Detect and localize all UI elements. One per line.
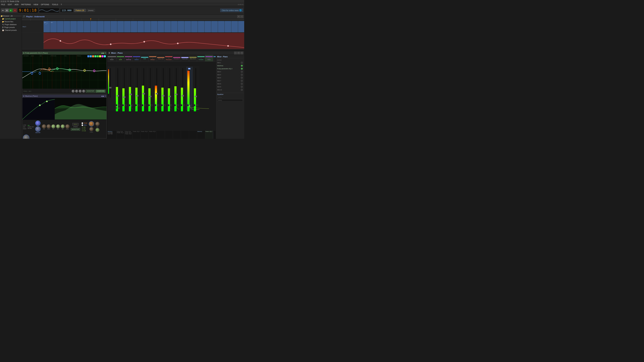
slot-7-toggle[interactable] bbox=[241, 80, 243, 82]
master-knob-2[interactable] bbox=[35, 126, 40, 132]
slot-1[interactable]: Slot 1 bbox=[216, 61, 244, 64]
pattern-selector[interactable]: Pattern 28 bbox=[74, 9, 86, 12]
slot-9-toggle[interactable] bbox=[241, 86, 243, 88]
rel-knob[interactable] bbox=[61, 124, 65, 128]
slot-maximus[interactable]: Maximus bbox=[216, 64, 244, 67]
solo-btn[interactable]: SOLO bbox=[72, 123, 78, 125]
channel-header-percussion[interactable]: 3 Percussion bbox=[165, 55, 173, 61]
eq-slot-none-2[interactable]: (none) bbox=[217, 99, 243, 102]
eq-knob-3[interactable] bbox=[79, 90, 82, 93]
eq-knob-4[interactable] bbox=[82, 90, 85, 93]
slot-4-toggle[interactable] bbox=[241, 71, 243, 73]
channel-header-strings2[interactable]: 2 Strings 2 bbox=[149, 55, 157, 61]
skt-knob[interactable] bbox=[96, 122, 100, 126]
menu-add[interactable]: ADD bbox=[14, 3, 19, 5]
slot-10-toggle[interactable] bbox=[241, 89, 243, 91]
channel-header-synth-arp[interactable]: 3 Synth Arp bbox=[124, 55, 133, 61]
channel-header-bass-drum[interactable]: Bass Drum bbox=[189, 55, 197, 61]
channel-header-synth[interactable]: 2 Synth bbox=[116, 55, 124, 61]
eq-knob-1[interactable] bbox=[72, 90, 75, 93]
menu-options[interactable]: OPTIONS bbox=[40, 3, 50, 5]
threshold-knob[interactable] bbox=[89, 121, 94, 126]
channel-header-percussion2[interactable]: Percussion 2 bbox=[173, 55, 181, 61]
minimize-btn[interactable]: − bbox=[1, 1, 2, 2]
eq-monitor-btn[interactable]: MONITOR bbox=[86, 90, 95, 93]
channel-header-cello[interactable]: Cello bbox=[141, 55, 149, 61]
slot-6[interactable]: Slot 6 bbox=[216, 76, 244, 79]
slot-maximus-toggle[interactable] bbox=[241, 65, 243, 67]
browser-recent-files[interactable]: 📂 Recent files bbox=[0, 20, 22, 23]
eq-close-btn[interactable]: × bbox=[105, 52, 106, 54]
play-btn[interactable]: ▶ bbox=[9, 8, 13, 12]
browser-current-project[interactable]: 📁 Current project bbox=[0, 17, 22, 20]
window-controls[interactable]: − □ × bbox=[1, 1, 6, 2]
browser-plugin-database[interactable]: 🔌 Plugin database bbox=[0, 23, 22, 26]
browser-plugin-presets[interactable]: 🎛 Plugin presets bbox=[0, 26, 22, 29]
slot-eq[interactable]: Fruity parametric EQ 2 bbox=[216, 67, 244, 70]
rewind-btn[interactable]: ⏮ bbox=[1, 8, 5, 12]
menu-file[interactable]: FILE bbox=[1, 3, 6, 5]
bpm-display[interactable]: 115.000 bbox=[60, 8, 73, 12]
slot-7[interactable]: Slot 7 bbox=[216, 79, 244, 82]
channel-header-piano[interactable]: 3 Piano bbox=[205, 55, 213, 61]
maximize-btn[interactable]: □ bbox=[3, 1, 4, 2]
eq-band4-btn[interactable] bbox=[94, 55, 96, 57]
mixer-max-btn[interactable]: □ bbox=[237, 52, 240, 54]
maximus-prev-btn[interactable]: ◀ bbox=[101, 95, 102, 97]
maximus-close-btn[interactable]: × bbox=[105, 95, 106, 97]
slot-10[interactable]: Slot 10 bbox=[216, 88, 244, 91]
playlist-zoom-out[interactable]: − bbox=[240, 15, 243, 18]
eq-next-btn[interactable]: ▶ bbox=[103, 52, 104, 54]
playlist-zoom-in[interactable]: + bbox=[237, 15, 240, 18]
channel-header-trumpets[interactable]: 3 Trumpets bbox=[197, 55, 205, 61]
extra-knob-2[interactable] bbox=[96, 128, 100, 132]
slot-4[interactable]: Slot 4 bbox=[216, 70, 244, 73]
menu-help[interactable]: ? bbox=[60, 3, 62, 5]
eq-prev-btn[interactable]: ◀ bbox=[101, 52, 102, 54]
record-btn[interactable]: ● bbox=[13, 8, 17, 12]
eq-band8-btn[interactable] bbox=[104, 55, 106, 57]
menu-edit[interactable]: EDIT bbox=[7, 3, 12, 5]
post-knob[interactable] bbox=[46, 124, 51, 128]
slot-5[interactable]: Slot 5 bbox=[216, 73, 244, 76]
slot-9[interactable]: Slot 9 bbox=[216, 85, 244, 88]
eq-band1-btn[interactable] bbox=[88, 55, 90, 57]
maximus-next-btn[interactable]: ▶ bbox=[103, 95, 104, 97]
eq-display[interactable]: 1 2 3 4 LOW BASS BASS bbox=[22, 55, 106, 89]
channel-header-master[interactable]: M Master bbox=[107, 55, 116, 61]
eq-band3-btn[interactable] bbox=[92, 55, 94, 57]
slot-6-toggle[interactable] bbox=[241, 77, 243, 79]
menu-patterns[interactable]: PATTERNS bbox=[21, 3, 31, 5]
eq-settings-icon[interactable]: ⚙ bbox=[23, 52, 24, 54]
slot-5-toggle[interactable] bbox=[241, 74, 243, 76]
master-knob[interactable] bbox=[35, 120, 40, 126]
channel-header-brass[interactable]: 3 Brass bbox=[213, 55, 216, 61]
maximus-settings-icon[interactable]: ⚙ bbox=[23, 95, 24, 97]
dec-knob[interactable] bbox=[56, 124, 60, 128]
channel-header-french-horn[interactable]: French Horn bbox=[181, 55, 189, 61]
pre-knob[interactable] bbox=[42, 124, 46, 128]
eq-knob-2[interactable] bbox=[75, 90, 78, 93]
menu-view[interactable]: VIEW bbox=[33, 3, 39, 5]
slot-8[interactable]: Slot 8 bbox=[216, 82, 244, 85]
eq-band6-btn[interactable] bbox=[99, 55, 101, 57]
close-btn[interactable]: × bbox=[5, 1, 6, 2]
stop-btn[interactable]: ■ bbox=[5, 8, 9, 12]
band-knob[interactable] bbox=[66, 124, 70, 128]
news-button[interactable]: Click for online news 🌐 bbox=[220, 8, 243, 12]
eq-band7-btn[interactable] bbox=[102, 55, 104, 57]
eq-compare-btn[interactable]: COMPARE bbox=[96, 90, 106, 93]
rms-radio[interactable] bbox=[82, 124, 83, 126]
output-knob[interactable] bbox=[23, 135, 29, 139]
slot-1-toggle[interactable] bbox=[241, 62, 243, 64]
maximus-monitor-btn[interactable]: MONITOR bbox=[71, 128, 80, 131]
channel-header-additive[interactable]: 3 Additive bbox=[133, 55, 141, 61]
slot-eq-toggle[interactable] bbox=[241, 68, 243, 70]
threshold-knob-2[interactable] bbox=[90, 127, 94, 131]
eq-band5-btn[interactable] bbox=[97, 55, 99, 57]
slot-8-toggle[interactable] bbox=[241, 83, 243, 85]
eq-slot-none-1[interactable]: (none) bbox=[217, 96, 223, 98]
mixer-close-btn[interactable]: × bbox=[240, 52, 243, 54]
peak-radio[interactable] bbox=[82, 122, 83, 124]
channel-header-strings[interactable]: String...ction bbox=[157, 55, 165, 61]
